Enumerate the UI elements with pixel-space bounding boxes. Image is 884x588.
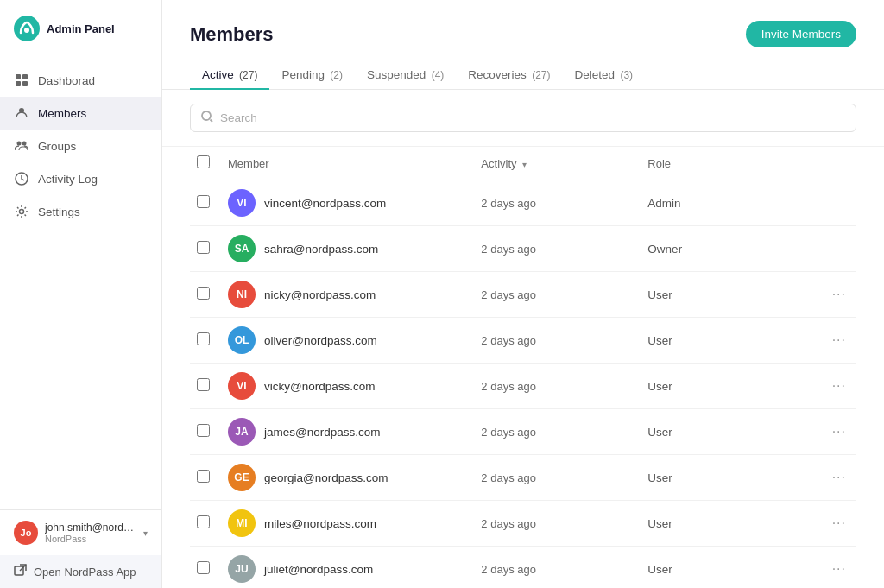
member-cell: Ja james@nordpass.com <box>221 409 474 455</box>
user-company: NordPass <box>45 534 136 544</box>
row-checkbox-cell <box>190 455 221 501</box>
table-row: Ol oliver@nordpass.com 2 days ago User ·… <box>190 318 856 364</box>
activity-cell: 2 days ago <box>474 226 641 272</box>
row-checkbox[interactable] <box>197 195 210 208</box>
actions-col-header <box>822 147 856 180</box>
member-avatar: Ni <box>228 281 256 308</box>
dashboard-icon <box>14 73 29 88</box>
member-col-header: Member <box>221 147 474 180</box>
sidebar-item-dashboard-label: Dashborad <box>38 74 95 87</box>
tab-active-label: Active <box>202 68 234 81</box>
row-checkbox[interactable] <box>197 515 210 528</box>
sidebar-item-members[interactable]: Members <box>0 97 161 130</box>
row-checkbox[interactable] <box>197 561 210 574</box>
role-text: User <box>647 563 672 576</box>
tab-pending-label: Pending <box>281 68 325 81</box>
tab-recoveries-count: (27) <box>529 69 551 81</box>
member-avatar: Ja <box>228 418 256 446</box>
select-all-checkbox[interactable] <box>197 155 210 168</box>
open-app-label: Open NordPass App <box>34 566 136 579</box>
member-cell: Ju juliet@nordpass.com <box>221 547 474 589</box>
actions-cell: ··· <box>822 272 856 318</box>
user-profile[interactable]: Jo john.smith@nordpass... NordPass ▾ <box>0 510 161 555</box>
more-options-button[interactable]: ··· <box>829 422 849 441</box>
sidebar-item-groups[interactable]: Groups <box>0 130 161 162</box>
activity-cell: 2 days ago <box>474 409 641 455</box>
tab-recoveries[interactable]: Recoveries (27) <box>456 61 562 90</box>
search-icon <box>201 111 213 125</box>
member-avatar: Ol <box>228 326 256 354</box>
role-cell: Admin <box>641 180 821 226</box>
role-cell: User <box>641 318 821 364</box>
member-email: georgia@nordpass.com <box>264 471 388 484</box>
invite-members-button[interactable]: Invite Members <box>746 21 856 47</box>
member-email: james@nordpass.com <box>264 426 381 439</box>
row-checkbox[interactable] <box>197 378 210 391</box>
sort-icon: ▾ <box>522 160 527 169</box>
table-row: Ni nicky@nordpass.com 2 days ago User ··… <box>190 272 856 318</box>
activity-col-header[interactable]: Activity ▾ <box>474 147 641 180</box>
role-col-label: Role <box>647 157 671 170</box>
logo: Admin Panel <box>0 0 161 57</box>
activity-text: 2 days ago <box>481 334 536 347</box>
role-cell: User <box>641 547 821 589</box>
open-app-button[interactable]: Open NordPass App <box>0 555 161 588</box>
sidebar-nav: Dashborad Members Groups Activity Log Se… <box>0 57 161 509</box>
more-options-button[interactable]: ··· <box>829 514 849 533</box>
sidebar-item-dashboard[interactable]: Dashborad <box>0 64 161 97</box>
row-checkbox-cell <box>190 180 221 226</box>
actions-cell <box>822 180 856 226</box>
tab-suspended[interactable]: Suspended (4) <box>355 61 456 90</box>
role-cell: User <box>641 272 821 318</box>
user-email: john.smith@nordpass... <box>45 522 136 534</box>
member-col-label: Member <box>228 157 269 170</box>
member-email: sahra@nordpass.com <box>264 243 378 256</box>
svg-rect-4 <box>16 81 21 86</box>
activity-cell: 2 days ago <box>474 547 641 589</box>
tab-active-count: (27) <box>237 69 258 81</box>
sidebar-item-activity-log[interactable]: Activity Log <box>0 162 161 195</box>
row-checkbox[interactable] <box>197 241 210 254</box>
groups-icon <box>14 138 29 154</box>
activity-cell: 2 days ago <box>474 455 641 501</box>
sidebar-item-activity-log-label: Activity Log <box>38 173 98 186</box>
more-options-button[interactable]: ··· <box>829 468 849 487</box>
svg-rect-3 <box>22 74 28 79</box>
role-text: User <box>647 334 672 347</box>
main-header: Members Invite Members <box>162 0 884 47</box>
tab-active[interactable]: Active (27) <box>190 61 269 90</box>
table-row: Vi vincent@nordpass.com 2 days ago Admin <box>190 180 856 226</box>
row-checkbox-cell <box>190 226 221 272</box>
row-checkbox[interactable] <box>197 332 210 345</box>
sidebar-item-settings[interactable]: Settings <box>0 195 161 228</box>
search-input[interactable] <box>220 111 845 124</box>
member-avatar: Mi <box>228 509 256 537</box>
member-email: oliver@nordpass.com <box>264 334 377 347</box>
search-wrap <box>190 104 856 132</box>
more-options-button[interactable]: ··· <box>829 331 849 350</box>
more-options-button[interactable]: ··· <box>829 285 849 304</box>
row-checkbox[interactable] <box>197 470 210 483</box>
sidebar-item-groups-label: Groups <box>38 140 76 153</box>
member-avatar: Vi <box>228 372 256 400</box>
main-content: Members Invite Members Active (27) Pendi… <box>162 0 884 588</box>
more-options-button[interactable]: ··· <box>829 376 849 395</box>
actions-cell: ··· <box>822 455 856 501</box>
nordpass-logo-icon <box>14 16 40 41</box>
tab-pending[interactable]: Pending (2) <box>269 61 355 90</box>
svg-point-12 <box>202 111 211 120</box>
role-text: User <box>647 380 672 393</box>
tabs: Active (27) Pending (2) Suspended (4) Re… <box>162 47 884 90</box>
actions-cell: ··· <box>822 364 856 409</box>
row-checkbox[interactable] <box>197 287 210 300</box>
row-checkbox[interactable] <box>197 424 210 437</box>
member-avatar: Ju <box>228 555 256 583</box>
tab-deleted[interactable]: Deleted (3) <box>563 61 646 90</box>
page-title: Members <box>190 23 274 46</box>
activity-text: 2 days ago <box>481 288 536 301</box>
activity-text: 2 days ago <box>481 471 536 484</box>
more-options-button[interactable]: ··· <box>829 560 849 579</box>
member-email: nicky@nordpass.com <box>264 288 376 301</box>
activity-text: 2 days ago <box>481 197 536 210</box>
tab-suspended-count: (4) <box>428 69 444 81</box>
